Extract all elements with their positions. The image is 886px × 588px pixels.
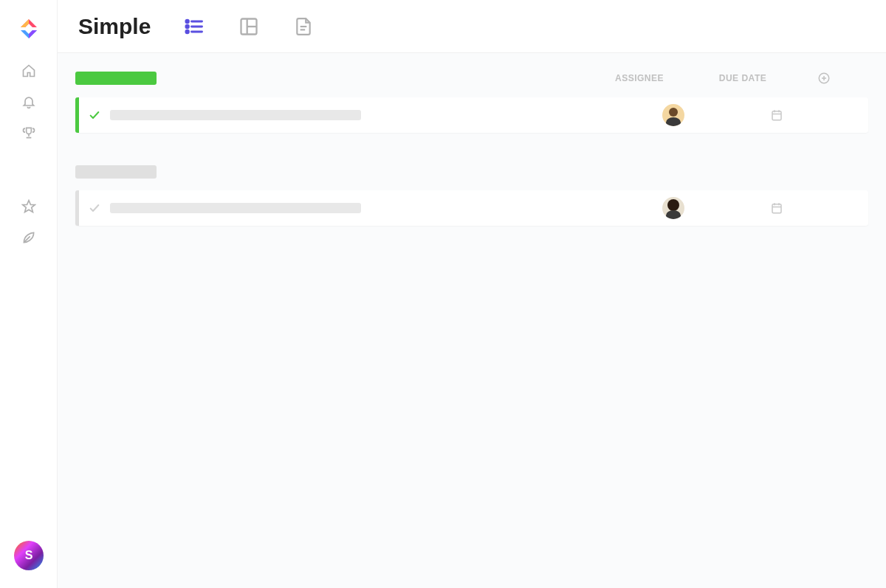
sidebar: S bbox=[0, 0, 58, 588]
topbar: Simple bbox=[58, 0, 886, 53]
status-label[interactable] bbox=[75, 165, 157, 179]
bell-icon[interactable] bbox=[21, 94, 36, 109]
duedate-cell[interactable] bbox=[747, 108, 806, 122]
assignee-cell[interactable] bbox=[644, 197, 703, 219]
task-fields bbox=[644, 104, 806, 126]
page-title: Simple bbox=[78, 14, 151, 39]
group-header: ASSIGNEE DUE DATE bbox=[75, 71, 868, 86]
task-group bbox=[75, 165, 868, 226]
task-title-placeholder bbox=[110, 203, 361, 213]
svg-point-1 bbox=[186, 20, 189, 23]
app-logo[interactable] bbox=[16, 16, 41, 41]
add-column-button[interactable] bbox=[817, 71, 831, 86]
task-checkmark-icon[interactable] bbox=[79, 202, 110, 214]
user-avatar[interactable]: S bbox=[14, 541, 44, 570]
task-checkmark-icon[interactable] bbox=[79, 109, 110, 121]
board-view-tab[interactable] bbox=[238, 15, 260, 38]
svg-marker-0 bbox=[22, 201, 35, 212]
task-row[interactable] bbox=[75, 97, 868, 133]
task-fields bbox=[644, 197, 806, 219]
doc-view-tab[interactable] bbox=[292, 15, 315, 38]
user-initial: S bbox=[25, 549, 33, 562]
column-headers: ASSIGNEE DUE DATE bbox=[610, 71, 831, 86]
svg-rect-19 bbox=[772, 204, 781, 213]
trophy-icon[interactable] bbox=[21, 125, 36, 140]
content-area: ASSIGNEE DUE DATE bbox=[58, 53, 886, 588]
star-icon[interactable] bbox=[21, 199, 36, 214]
sidebar-nav bbox=[21, 63, 36, 245]
home-icon[interactable] bbox=[21, 63, 36, 78]
leaf-icon[interactable] bbox=[21, 230, 36, 245]
column-header-duedate[interactable]: DUE DATE bbox=[713, 73, 772, 83]
group-header bbox=[75, 165, 868, 179]
column-header-assignee[interactable]: ASSIGNEE bbox=[610, 73, 669, 83]
assignee-avatar bbox=[662, 104, 684, 126]
svg-point-3 bbox=[186, 25, 189, 28]
status-label[interactable] bbox=[75, 72, 157, 85]
assignee-avatar bbox=[662, 197, 684, 219]
view-tabs bbox=[183, 15, 315, 38]
task-row[interactable] bbox=[75, 190, 868, 226]
list-view-tab[interactable] bbox=[183, 15, 205, 38]
duedate-cell[interactable] bbox=[747, 201, 806, 215]
task-group: ASSIGNEE DUE DATE bbox=[75, 71, 868, 133]
svg-point-5 bbox=[186, 30, 189, 33]
svg-rect-15 bbox=[772, 111, 781, 120]
assignee-cell[interactable] bbox=[644, 104, 703, 126]
task-title-placeholder bbox=[110, 110, 361, 120]
main: Simple ASSIGNEE DUE DATE bbox=[58, 0, 886, 588]
